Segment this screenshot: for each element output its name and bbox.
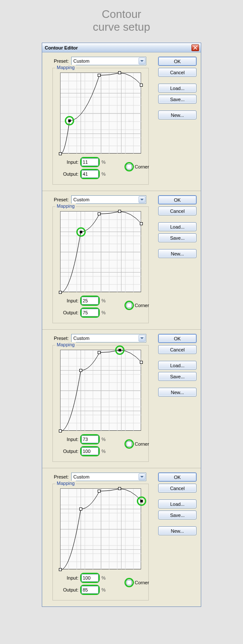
- corner-checkbox[interactable]: [127, 164, 132, 169]
- curve-node[interactable]: [80, 231, 82, 233]
- curve-node[interactable]: [140, 500, 143, 502]
- curve-node[interactable]: [118, 210, 121, 213]
- curve-graph[interactable]: [60, 350, 141, 431]
- curve-graph[interactable]: [60, 488, 141, 569]
- curve-node[interactable]: [59, 568, 62, 571]
- curve-node[interactable]: [59, 152, 62, 155]
- preset-label: Preset:: [50, 474, 69, 479]
- page-title-line1: Contour: [102, 8, 142, 20]
- curve-node[interactable]: [140, 222, 143, 225]
- contour-panel: Preset: Custom Mapping Input: %: [42, 468, 201, 606]
- input-highlight: [80, 296, 100, 306]
- preset-select[interactable]: Custom: [71, 195, 146, 204]
- contour-panel: Preset: Custom Mapping Input: %: [42, 329, 201, 468]
- curve-node[interactable]: [79, 508, 82, 511]
- close-button[interactable]: [191, 44, 199, 51]
- ok-button[interactable]: OK: [158, 334, 197, 343]
- input-label: Input:: [56, 160, 78, 165]
- contour-editor-window: Contour Editor Preset: Custom Mapping In…: [42, 43, 201, 607]
- preset-select[interactable]: Custom: [71, 473, 146, 481]
- preset-value: Custom: [73, 58, 90, 64]
- curve-graph[interactable]: [60, 73, 141, 154]
- load-button[interactable]: Load...: [158, 499, 197, 508]
- chevron-down-icon: [139, 196, 145, 203]
- mapping-legend: Mapping: [55, 65, 76, 70]
- output-field[interactable]: [81, 309, 98, 316]
- cancel-button[interactable]: Cancel: [158, 484, 197, 493]
- load-button[interactable]: Load...: [158, 222, 197, 231]
- corner-label: Corner: [135, 580, 149, 585]
- mapping-fieldset: Mapping Input: % Output:: [52, 484, 149, 600]
- curve-node[interactable]: [98, 212, 101, 215]
- input-field[interactable]: [81, 435, 98, 443]
- curve-node[interactable]: [98, 490, 101, 493]
- curve-node[interactable]: [98, 74, 101, 77]
- preset-value: Custom: [73, 336, 90, 341]
- close-icon: [193, 46, 197, 50]
- percent-label: %: [101, 575, 106, 580]
- curve-graph[interactable]: [60, 211, 141, 292]
- corner-label: Corner: [135, 164, 149, 169]
- output-label: Output:: [56, 171, 78, 177]
- ok-button[interactable]: OK: [158, 195, 197, 204]
- chevron-down-icon: [139, 473, 145, 480]
- ok-button[interactable]: OK: [158, 473, 197, 482]
- curve-node[interactable]: [118, 487, 121, 490]
- corner-checkbox[interactable]: [127, 441, 132, 447]
- curve-node[interactable]: [119, 349, 121, 351]
- output-label: Output:: [56, 310, 78, 315]
- corner-highlight: [124, 162, 134, 171]
- output-field[interactable]: [81, 447, 98, 455]
- output-label: Output:: [56, 587, 78, 592]
- curve-node[interactable]: [59, 291, 62, 294]
- preset-select[interactable]: Custom: [71, 57, 146, 65]
- percent-label: %: [101, 310, 106, 315]
- contour-panel: Preset: Custom Mapping Input: %: [42, 52, 201, 191]
- titlebar[interactable]: Contour Editor: [42, 43, 201, 52]
- curve-node[interactable]: [68, 119, 71, 122]
- input-field[interactable]: [81, 158, 98, 166]
- load-button[interactable]: Load...: [158, 84, 197, 93]
- output-highlight: [80, 585, 100, 595]
- output-field[interactable]: [81, 586, 98, 594]
- curve-node[interactable]: [79, 369, 82, 372]
- input-label: Input:: [56, 575, 78, 580]
- mapping-legend: Mapping: [55, 203, 76, 209]
- mapping-legend: Mapping: [55, 481, 76, 486]
- corner-label: Corner: [135, 441, 149, 447]
- cancel-button[interactable]: Cancel: [158, 345, 197, 354]
- corner-checkbox[interactable]: [127, 580, 132, 585]
- curve-node[interactable]: [140, 361, 143, 364]
- percent-label: %: [101, 437, 106, 442]
- cancel-button[interactable]: Cancel: [158, 68, 197, 77]
- output-label: Output:: [56, 449, 78, 454]
- new-button[interactable]: New...: [158, 526, 197, 535]
- output-field[interactable]: [81, 170, 98, 178]
- output-highlight: [80, 307, 100, 318]
- mapping-fieldset: Mapping Input: % Output:: [52, 345, 149, 462]
- cancel-button[interactable]: Cancel: [158, 206, 197, 215]
- save-button[interactable]: Save...: [158, 511, 197, 519]
- preset-select[interactable]: Custom: [71, 334, 146, 342]
- input-highlight: [80, 573, 100, 583]
- load-button[interactable]: Load...: [158, 361, 197, 370]
- chevron-down-icon: [139, 335, 145, 342]
- save-button[interactable]: Save...: [158, 95, 197, 104]
- mapping-fieldset: Mapping Input: % Output:: [52, 68, 149, 185]
- curve-node[interactable]: [118, 71, 121, 74]
- page-title-line2: curve setup: [0, 20, 243, 33]
- ok-button[interactable]: OK: [158, 57, 197, 66]
- new-button[interactable]: New...: [158, 110, 197, 119]
- input-label: Input:: [56, 298, 78, 303]
- curve-node[interactable]: [98, 351, 101, 354]
- curve-node[interactable]: [140, 84, 143, 87]
- input-field[interactable]: [81, 574, 98, 582]
- save-button[interactable]: Save...: [158, 372, 197, 381]
- new-button[interactable]: New...: [158, 388, 197, 397]
- percent-label: %: [101, 298, 106, 303]
- curve-node[interactable]: [59, 429, 62, 432]
- corner-checkbox[interactable]: [127, 303, 132, 308]
- save-button[interactable]: Save...: [158, 233, 197, 242]
- input-field[interactable]: [81, 297, 98, 305]
- new-button[interactable]: New...: [158, 249, 197, 258]
